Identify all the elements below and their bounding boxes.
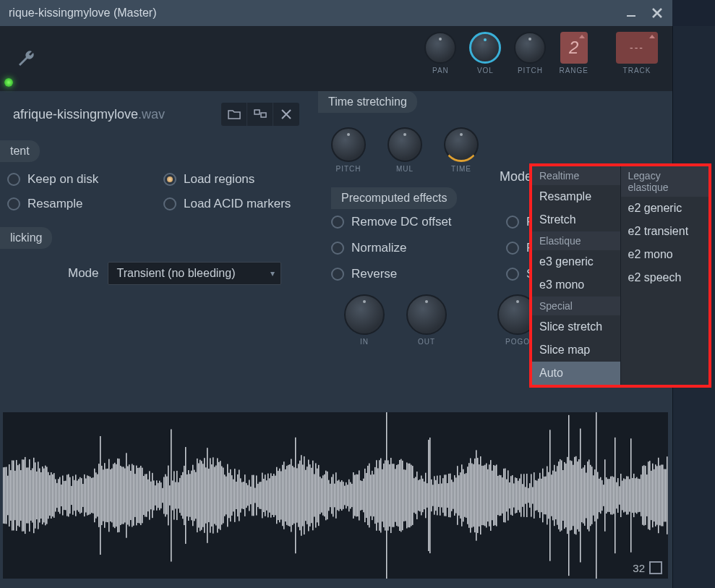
normalize-option[interactable]: Normalize: [331, 241, 477, 255]
menu-item-e3-generic[interactable]: e3 generic: [532, 250, 620, 273]
svg-rect-92: [132, 464, 133, 527]
svg-rect-421: [607, 479, 609, 512]
ts-pitch-knob[interactable]: [331, 127, 366, 162]
svg-rect-23: [32, 468, 33, 522]
svg-rect-149: [214, 467, 215, 524]
svg-rect-85: [121, 466, 123, 524]
close-file-icon[interactable]: [273, 103, 299, 126]
menu-item-e2-speech[interactable]: e2 speech: [621, 266, 709, 289]
svg-rect-431: [622, 481, 623, 511]
svg-rect-93: [133, 465, 134, 526]
svg-rect-460: [664, 469, 665, 522]
svg-rect-42: [59, 477, 61, 514]
svg-rect-150: [215, 466, 217, 526]
svg-rect-114: [163, 477, 165, 514]
menu-item-slice-stretch[interactable]: Slice stretch: [532, 315, 620, 338]
pan-knob[interactable]: [424, 32, 456, 64]
svg-rect-43: [61, 485, 62, 506]
close-button[interactable]: [651, 7, 664, 20]
wrench-icon[interactable]: [14, 47, 38, 70]
svg-rect-129: [185, 447, 187, 544]
timestretch-mode-menu: Realtime Resample Stretch Elastique e3 g…: [529, 163, 711, 388]
svg-rect-379: [547, 466, 548, 525]
declick-mode-dropdown[interactable]: Transient (no bleeding): [108, 262, 281, 285]
svg-rect-239: [344, 486, 346, 506]
svg-rect-95: [136, 466, 137, 526]
menu-item-auto[interactable]: Auto: [532, 362, 620, 385]
svg-rect-108: [155, 485, 156, 506]
track-label: TRACK: [623, 67, 651, 74]
svg-rect-157: [226, 477, 227, 515]
radio-icon: [506, 242, 519, 255]
volume-knob[interactable]: [469, 32, 501, 64]
svg-rect-10: [13, 461, 14, 531]
svg-rect-377: [544, 477, 545, 514]
svg-rect-198: [285, 469, 286, 521]
waveform-display[interactable]: 32: [3, 412, 668, 579]
svg-rect-260: [374, 467, 376, 524]
range-selector[interactable]: 2: [560, 32, 588, 64]
svg-rect-254: [366, 473, 367, 518]
svg-rect-323: [466, 473, 467, 518]
keyboard-icon[interactable]: [247, 103, 273, 126]
svg-rect-5: [6, 467, 7, 524]
svg-rect-282: [406, 462, 408, 528]
svg-rect-131: [188, 470, 189, 521]
svg-rect-310: [447, 483, 448, 508]
resample-option[interactable]: Resample: [7, 197, 149, 211]
svg-rect-419: [604, 459, 606, 531]
svg-rect-195: [281, 471, 282, 519]
svg-rect-54: [77, 481, 78, 511]
svg-rect-454: [655, 464, 656, 527]
titlebar[interactable]: rique-kissingmylove (Master): [0, 0, 672, 26]
remove-dc-option[interactable]: Remove DC offset: [331, 215, 477, 229]
svg-rect-34: [48, 472, 49, 519]
minimize-button[interactable]: [625, 7, 638, 20]
menu-header-special: Special: [532, 297, 620, 315]
svg-rect-244: [351, 484, 353, 507]
svg-rect-324: [467, 466, 468, 524]
svg-rect-445: [642, 466, 643, 524]
keep-on-disk-option[interactable]: Keep on disk: [7, 172, 149, 187]
filename-display[interactable]: afrique-kissingmylove.wav: [13, 107, 213, 122]
menu-item-e2-generic[interactable]: e2 generic: [621, 197, 709, 220]
svg-rect-103: [147, 480, 149, 511]
svg-rect-226: [325, 471, 327, 521]
ts-mul-knob[interactable]: [388, 127, 422, 162]
svg-rect-7: [9, 464, 10, 527]
svg-rect-325: [468, 463, 470, 528]
pitch-label: PITCH: [518, 67, 543, 74]
svg-rect-24: [33, 458, 35, 533]
svg-rect-250: [360, 480, 361, 511]
track-selector[interactable]: ---: [616, 32, 658, 64]
waveform-view-icon[interactable]: [649, 561, 662, 574]
pan-knob-group: PAN: [424, 32, 456, 74]
crossfade-out-knob[interactable]: [406, 294, 447, 335]
menu-item-resample[interactable]: Resample: [532, 185, 620, 208]
svg-rect-47: [67, 474, 68, 516]
svg-rect-296: [427, 483, 428, 508]
menu-item-e2-mono[interactable]: e2 mono: [621, 243, 709, 266]
svg-rect-273: [393, 464, 395, 527]
radio-icon: [506, 216, 519, 229]
svg-rect-312: [450, 474, 451, 518]
load-acid-option[interactable]: Load ACID markers: [163, 197, 305, 211]
reverse-option[interactable]: Reverse: [331, 267, 477, 281]
svg-rect-385: [555, 472, 557, 519]
menu-item-e3-mono[interactable]: e3 mono: [532, 273, 620, 297]
menu-item-e2-transient[interactable]: e2 transient: [621, 220, 709, 243]
crossfade-in-knob[interactable]: [344, 294, 385, 335]
svg-rect-171: [246, 483, 247, 508]
pitch-knob[interactable]: [514, 32, 546, 64]
folder-icon[interactable]: [221, 103, 247, 126]
svg-rect-4: [4, 467, 6, 524]
menu-item-stretch[interactable]: Stretch: [532, 208, 620, 231]
menu-item-slice-map[interactable]: Slice map: [532, 338, 620, 362]
load-regions-option[interactable]: Load regions: [163, 172, 305, 187]
svg-rect-132: [189, 474, 191, 517]
svg-rect-372: [536, 481, 538, 511]
ts-time-knob[interactable]: [444, 127, 479, 162]
svg-rect-53: [75, 474, 77, 516]
svg-rect-20: [27, 467, 29, 523]
svg-rect-220: [317, 469, 318, 523]
